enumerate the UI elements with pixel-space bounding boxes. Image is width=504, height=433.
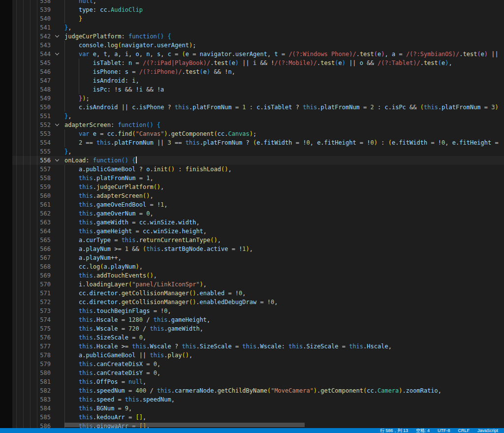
code-line[interactable]: 542judgeCurPlatform: function() { (12, 32, 504, 41)
code-line[interactable]: 546 isPhone: s = /(?:iPhone)/.test(e) &&… (12, 67, 504, 76)
code-line[interactable]: 548 isPc: !s && !i && !a (12, 85, 504, 94)
code-text[interactable]: this.gameWidth = cc.winSize.width, (64, 218, 504, 227)
code-text[interactable]: this.addTouchEvents(), (64, 271, 504, 280)
code-line[interactable]: 543 console.log(navigator.userAgent); (12, 41, 504, 50)
code-line[interactable]: 553 var e = cc.find("Canvas").getCompone… (12, 129, 504, 138)
code-line[interactable]: 564 this.gameHeight = cc.winSize.height, (12, 227, 504, 236)
fold-chevron-down-icon[interactable] (51, 32, 64, 41)
line-number[interactable]: 544 (12, 50, 51, 59)
code-line[interactable]: 569 this.addTouchEvents(), (12, 271, 504, 280)
line-number[interactable]: 551 (12, 112, 51, 121)
code-line[interactable]: 578 a.publicGameBool || this.play(), (12, 351, 504, 360)
horizontal-scrollbar[interactable] (64, 423, 305, 427)
line-number[interactable]: 557 (12, 165, 51, 174)
code-line[interactable]: 572 cc.director.getCollisionManager().en… (12, 298, 504, 307)
code-text[interactable]: console.log(navigator.userAgent); (64, 41, 504, 50)
status-item[interactable]: JavaScript (477, 428, 498, 433)
line-number[interactable]: 577 (12, 342, 51, 351)
line-number[interactable]: 566 (12, 245, 51, 253)
code-line[interactable]: 539 type: cc.AudioClip (12, 5, 504, 14)
line-number[interactable]: 583 (12, 395, 51, 404)
code-text[interactable]: type: cc.AudioClip (64, 5, 504, 14)
status-item[interactable]: 空格: 4 (416, 428, 430, 433)
code-text[interactable]: var e = cc.find("Canvas").getComponent(c… (64, 129, 504, 138)
editor-code-area[interactable]: 538 null,539 type: cc.AudioClip540 }541}… (12, 0, 504, 431)
code-text[interactable]: }, (64, 112, 504, 121)
line-number[interactable]: 565 (12, 236, 51, 245)
line-number[interactable]: 539 (12, 5, 51, 14)
line-number[interactable]: 567 (12, 253, 51, 262)
code-line[interactable]: 556onLoad: function() { (12, 156, 504, 165)
line-number[interactable]: 549 (12, 94, 51, 103)
line-number[interactable]: 546 (12, 67, 51, 76)
code-text[interactable]: cc.director.getCollisionManager().enable… (64, 298, 504, 307)
code-text[interactable]: isTablet: n = /(?:iPad|PlayBook)/.test(e… (64, 59, 504, 67)
code-text[interactable]: cc.log(a.playNum), (64, 262, 504, 271)
code-line[interactable]: 579 this.canCreateDisX = 0, (12, 360, 504, 369)
line-number[interactable]: 578 (12, 351, 51, 360)
code-text[interactable]: this.kedouArr = [], (64, 413, 504, 422)
line-number[interactable]: 561 (12, 200, 51, 209)
line-number[interactable]: 559 (12, 183, 51, 191)
line-number[interactable]: 569 (12, 271, 51, 280)
code-text[interactable]: this.SizeScale = 0, (64, 333, 504, 342)
line-number[interactable]: 541 (12, 23, 51, 32)
code-text[interactable]: a.publicGameBool ? o.init() : finishLoad… (64, 165, 504, 174)
code-line[interactable]: 551}, (12, 112, 504, 121)
code-line[interactable]: 555}, (12, 147, 504, 156)
code-text[interactable]: adapterScreen: function() { (64, 121, 504, 129)
code-line[interactable]: 559 this.judgeCurPlatform(), (12, 183, 504, 191)
code-text[interactable]: }, (64, 147, 504, 156)
code-text[interactable]: c.isAndroid || c.isPhone ? this.platFrom… (64, 103, 504, 112)
code-line[interactable]: 557 a.publicGameBool ? o.init() : finish… (12, 165, 504, 174)
code-line[interactable]: 544 var e, t, a, i, o, n, s, c = (e = na… (12, 50, 504, 59)
code-text[interactable]: this.gameOverNum = 0, (64, 209, 504, 218)
status-item[interactable]: UTF-8 (438, 428, 450, 433)
line-number[interactable]: 562 (12, 209, 51, 218)
line-number[interactable]: 563 (12, 218, 51, 227)
code-text[interactable]: judgeCurPlatform: function() { (64, 32, 504, 41)
line-number[interactable]: 574 (12, 315, 51, 324)
code-line[interactable]: 576 this.SizeScale = 0, (12, 333, 504, 342)
fold-chevron-down-icon[interactable] (51, 50, 64, 59)
code-line[interactable]: 577 this.Hscale >= this.Wscale ? this.Si… (12, 342, 504, 351)
code-text[interactable]: this.speedNum = 400 / this.carmeraNode.g… (64, 386, 504, 395)
code-text[interactable]: this.platFromNum = 1, (64, 174, 504, 183)
line-number[interactable]: 540 (12, 14, 51, 23)
code-line[interactable]: 541}, (12, 23, 504, 32)
code-text[interactable]: this.Wscale = 720 / this.gameWidth, (64, 324, 504, 333)
line-number[interactable]: 552 (12, 121, 51, 129)
code-line[interactable]: 562 this.gameOverNum = 0, (12, 209, 504, 218)
code-text[interactable]: i.loadingLayer("panel/LinkIconSpr"), (64, 280, 504, 289)
line-number[interactable]: 550 (12, 103, 51, 112)
code-text[interactable]: this.canCreateDisY = 0, (64, 369, 504, 377)
code-line[interactable]: 567 a.playNum++, (12, 253, 504, 262)
code-line[interactable]: 571 cc.director.getCollisionManager().en… (12, 289, 504, 298)
code-line[interactable]: 583 this.speed = this.speedNum, (12, 395, 504, 404)
code-text[interactable]: a.curType = this.returnCurrentLanType(), (64, 236, 504, 245)
code-text[interactable]: this.adapterScreen(), (64, 191, 504, 200)
code-line[interactable]: 584 this.BGNum = 9, (12, 404, 504, 413)
line-number[interactable]: 581 (12, 377, 51, 386)
line-number[interactable]: 572 (12, 298, 51, 307)
line-number[interactable]: 548 (12, 85, 51, 94)
line-number[interactable]: 538 (12, 0, 51, 5)
code-text[interactable]: this.Hscale = 1280 / this.gameHeight, (64, 315, 504, 324)
code-text[interactable]: isAndroid: i, (64, 76, 504, 85)
line-number[interactable]: 564 (12, 227, 51, 236)
line-number[interactable]: 573 (12, 307, 51, 315)
code-text[interactable]: this.canCreateDisX = 0, (64, 360, 504, 369)
code-text[interactable]: this.speed = this.speedNum, (64, 395, 504, 404)
code-text[interactable]: this.gameOveEndBool = !1, (64, 200, 504, 209)
code-line[interactable]: 582 this.speedNum = 400 / this.carmeraNo… (12, 386, 504, 395)
line-number[interactable]: 584 (12, 404, 51, 413)
code-line[interactable]: 552adapterScreen: function() { (12, 121, 504, 129)
code-line[interactable]: 540 } (12, 14, 504, 23)
code-text[interactable]: } (64, 14, 504, 23)
code-line[interactable]: 573 this.touchBeginFlags = !0, (12, 307, 504, 315)
line-number[interactable]: 543 (12, 41, 51, 50)
line-number[interactable]: 553 (12, 129, 51, 138)
code-line[interactable]: 558 this.platFromNum = 1, (12, 174, 504, 183)
fold-chevron-down-icon[interactable] (51, 156, 64, 165)
code-line[interactable]: 568 cc.log(a.playNum), (12, 262, 504, 271)
